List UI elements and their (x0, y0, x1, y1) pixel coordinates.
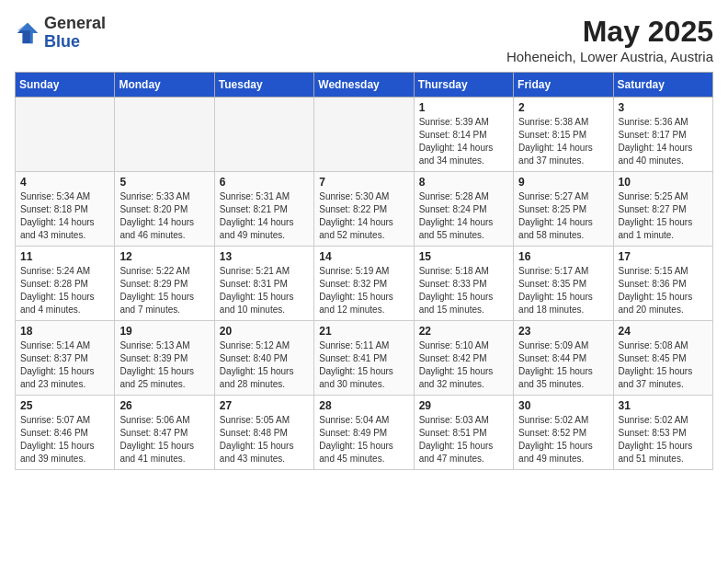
calendar-day-cell: 16Sunrise: 5:17 AM Sunset: 8:35 PM Dayli… (514, 247, 613, 321)
calendar-week-row: 1Sunrise: 5:39 AM Sunset: 8:14 PM Daylig… (16, 98, 713, 172)
calendar-week-row: 4Sunrise: 5:34 AM Sunset: 8:18 PM Daylig… (16, 172, 713, 247)
calendar-day-cell: 5Sunrise: 5:33 AM Sunset: 8:20 PM Daylig… (115, 172, 214, 247)
day-number: 1 (419, 101, 508, 114)
day-info: Sunrise: 5:33 AM Sunset: 8:20 PM Dayligh… (119, 190, 209, 242)
weekday-header: Wednesday (314, 73, 414, 98)
day-info: Sunrise: 5:05 AM Sunset: 8:48 PM Dayligh… (220, 414, 309, 465)
day-number: 14 (319, 250, 408, 263)
day-number: 10 (619, 176, 708, 189)
calendar-day-cell (115, 98, 214, 172)
title-block: May 2025 Hoheneich, Lower Austria, Austr… (506, 15, 713, 64)
calendar-day-cell: 31Sunrise: 5:02 AM Sunset: 8:53 PM Dayli… (613, 396, 712, 470)
weekday-header: Tuesday (214, 73, 313, 98)
calendar-day-cell: 10Sunrise: 5:25 AM Sunset: 8:27 PM Dayli… (613, 172, 712, 247)
page-header: General Blue May 2025 Hoheneich, Lower A… (15, 15, 713, 64)
day-info: Sunrise: 5:27 AM Sunset: 8:25 PM Dayligh… (518, 190, 608, 242)
day-info: Sunrise: 5:15 AM Sunset: 8:36 PM Dayligh… (619, 265, 708, 316)
day-number: 19 (119, 325, 209, 338)
day-number: 23 (518, 325, 608, 338)
day-info: Sunrise: 5:06 AM Sunset: 8:47 PM Dayligh… (119, 414, 209, 465)
day-number: 29 (419, 399, 508, 412)
day-info: Sunrise: 5:12 AM Sunset: 8:40 PM Dayligh… (220, 339, 309, 391)
day-number: 26 (119, 399, 209, 412)
day-number: 5 (119, 176, 209, 189)
day-number: 18 (20, 325, 109, 338)
day-number: 25 (20, 399, 109, 412)
day-info: Sunrise: 5:09 AM Sunset: 8:44 PM Dayligh… (518, 339, 608, 391)
logo: General Blue (15, 15, 106, 52)
day-info: Sunrise: 5:30 AM Sunset: 8:22 PM Dayligh… (319, 190, 408, 242)
day-info: Sunrise: 5:34 AM Sunset: 8:18 PM Dayligh… (20, 190, 109, 242)
day-info: Sunrise: 5:17 AM Sunset: 8:35 PM Dayligh… (518, 265, 608, 316)
day-info: Sunrise: 5:11 AM Sunset: 8:41 PM Dayligh… (319, 339, 408, 391)
weekday-header: Thursday (414, 73, 513, 98)
calendar-day-cell: 1Sunrise: 5:39 AM Sunset: 8:14 PM Daylig… (414, 98, 513, 172)
day-number: 20 (220, 325, 309, 338)
day-info: Sunrise: 5:36 AM Sunset: 8:17 PM Dayligh… (619, 116, 708, 167)
calendar-day-cell: 26Sunrise: 5:06 AM Sunset: 8:47 PM Dayli… (115, 396, 214, 470)
calendar-day-cell: 22Sunrise: 5:10 AM Sunset: 8:42 PM Dayli… (414, 321, 513, 396)
day-number: 21 (319, 325, 408, 338)
day-info: Sunrise: 5:18 AM Sunset: 8:33 PM Dayligh… (419, 265, 508, 316)
calendar-day-cell: 2Sunrise: 5:38 AM Sunset: 8:15 PM Daylig… (514, 98, 613, 172)
day-info: Sunrise: 5:39 AM Sunset: 8:14 PM Dayligh… (419, 116, 508, 167)
weekday-header: Sunday (16, 73, 115, 98)
day-number: 22 (419, 325, 508, 338)
calendar-day-cell: 21Sunrise: 5:11 AM Sunset: 8:41 PM Dayli… (314, 321, 414, 396)
day-info: Sunrise: 5:02 AM Sunset: 8:52 PM Dayligh… (518, 414, 608, 465)
logo-general-label: General (44, 15, 106, 33)
title-month: May 2025 (506, 15, 713, 49)
calendar-day-cell: 14Sunrise: 5:19 AM Sunset: 8:32 PM Dayli… (314, 247, 414, 321)
calendar-day-cell: 17Sunrise: 5:15 AM Sunset: 8:36 PM Dayli… (613, 247, 712, 321)
day-info: Sunrise: 5:22 AM Sunset: 8:29 PM Dayligh… (119, 265, 209, 316)
calendar-day-cell: 6Sunrise: 5:31 AM Sunset: 8:21 PM Daylig… (214, 172, 313, 247)
calendar-day-cell: 27Sunrise: 5:05 AM Sunset: 8:48 PM Dayli… (214, 396, 313, 470)
calendar-day-cell: 24Sunrise: 5:08 AM Sunset: 8:45 PM Dayli… (613, 321, 712, 396)
calendar-day-cell: 7Sunrise: 5:30 AM Sunset: 8:22 PM Daylig… (314, 172, 414, 247)
calendar-day-cell (214, 98, 313, 172)
day-number: 12 (119, 250, 209, 263)
logo-icon (15, 20, 40, 46)
day-number: 11 (20, 250, 109, 263)
logo-text: General Blue (44, 15, 106, 52)
calendar-day-cell (314, 98, 414, 172)
day-number: 30 (518, 399, 608, 412)
day-number: 8 (419, 176, 508, 189)
calendar-day-cell: 8Sunrise: 5:28 AM Sunset: 8:24 PM Daylig… (414, 172, 513, 247)
day-info: Sunrise: 5:03 AM Sunset: 8:51 PM Dayligh… (419, 414, 508, 465)
day-number: 9 (518, 176, 608, 189)
calendar-week-row: 11Sunrise: 5:24 AM Sunset: 8:28 PM Dayli… (16, 247, 713, 321)
day-number: 28 (319, 399, 408, 412)
day-info: Sunrise: 5:10 AM Sunset: 8:42 PM Dayligh… (419, 339, 508, 391)
day-info: Sunrise: 5:31 AM Sunset: 8:21 PM Dayligh… (220, 190, 309, 242)
day-number: 27 (220, 399, 309, 412)
day-info: Sunrise: 5:07 AM Sunset: 8:46 PM Dayligh… (20, 414, 109, 465)
calendar-table: SundayMondayTuesdayWednesdayThursdayFrid… (15, 72, 713, 470)
day-number: 15 (419, 250, 508, 263)
weekday-header: Friday (514, 73, 613, 98)
day-info: Sunrise: 5:38 AM Sunset: 8:15 PM Dayligh… (518, 116, 608, 167)
calendar-day-cell: 3Sunrise: 5:36 AM Sunset: 8:17 PM Daylig… (613, 98, 712, 172)
calendar-week-row: 18Sunrise: 5:14 AM Sunset: 8:37 PM Dayli… (16, 321, 713, 396)
day-info: Sunrise: 5:24 AM Sunset: 8:28 PM Dayligh… (20, 265, 109, 316)
day-info: Sunrise: 5:02 AM Sunset: 8:53 PM Dayligh… (619, 414, 708, 465)
calendar-day-cell: 9Sunrise: 5:27 AM Sunset: 8:25 PM Daylig… (514, 172, 613, 247)
calendar-day-cell: 12Sunrise: 5:22 AM Sunset: 8:29 PM Dayli… (115, 247, 214, 321)
calendar-header-row: SundayMondayTuesdayWednesdayThursdayFrid… (16, 73, 713, 98)
day-number: 31 (619, 399, 708, 412)
calendar-day-cell: 25Sunrise: 5:07 AM Sunset: 8:46 PM Dayli… (16, 396, 115, 470)
day-number: 7 (319, 176, 408, 189)
calendar-day-cell (16, 98, 115, 172)
calendar-day-cell: 15Sunrise: 5:18 AM Sunset: 8:33 PM Dayli… (414, 247, 513, 321)
calendar-week-row: 25Sunrise: 5:07 AM Sunset: 8:46 PM Dayli… (16, 396, 713, 470)
weekday-header: Saturday (613, 73, 712, 98)
title-location: Hoheneich, Lower Austria, Austria (506, 49, 713, 64)
calendar-day-cell: 4Sunrise: 5:34 AM Sunset: 8:18 PM Daylig… (16, 172, 115, 247)
calendar-day-cell: 20Sunrise: 5:12 AM Sunset: 8:40 PM Dayli… (214, 321, 313, 396)
logo-blue-label: Blue (44, 33, 106, 52)
calendar-day-cell: 28Sunrise: 5:04 AM Sunset: 8:49 PM Dayli… (314, 396, 414, 470)
day-info: Sunrise: 5:14 AM Sunset: 8:37 PM Dayligh… (20, 339, 109, 391)
day-number: 13 (220, 250, 309, 263)
calendar-day-cell: 19Sunrise: 5:13 AM Sunset: 8:39 PM Dayli… (115, 321, 214, 396)
day-number: 2 (518, 101, 608, 114)
